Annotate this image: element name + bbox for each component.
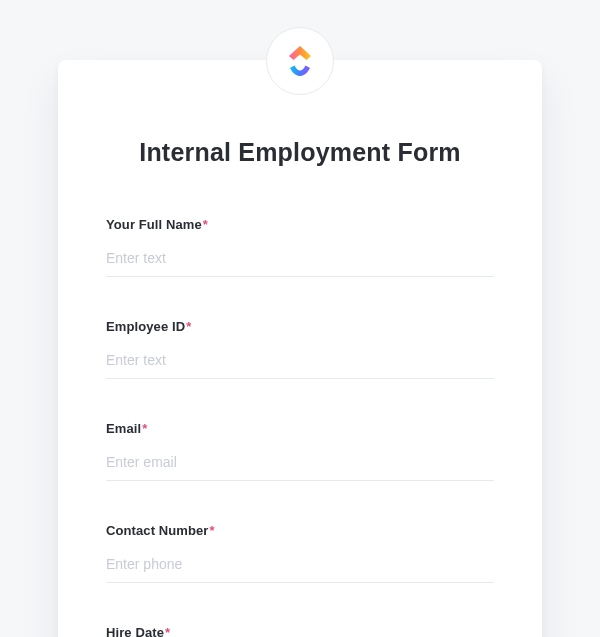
full-name-input[interactable] <box>106 244 494 277</box>
field-employee-id: Employee ID* <box>106 319 494 379</box>
required-mark: * <box>142 421 147 436</box>
hire-date-label-text: Hire Date <box>106 625 164 637</box>
full-name-label-text: Your Full Name <box>106 217 202 232</box>
contact-number-label: Contact Number* <box>106 523 494 538</box>
email-label-text: Email <box>106 421 141 436</box>
hire-date-label: Hire Date* <box>106 625 494 637</box>
employee-id-input[interactable] <box>106 346 494 379</box>
form-card: Internal Employment Form Your Full Name*… <box>58 60 542 637</box>
logo-badge <box>266 27 334 95</box>
email-label: Email* <box>106 421 494 436</box>
required-mark: * <box>186 319 191 334</box>
employee-id-label-text: Employee ID <box>106 319 185 334</box>
required-mark: * <box>203 217 208 232</box>
full-name-label: Your Full Name* <box>106 217 494 232</box>
required-mark: * <box>210 523 215 538</box>
contact-number-input[interactable] <box>106 550 494 583</box>
field-contact-number: Contact Number* <box>106 523 494 583</box>
field-full-name: Your Full Name* <box>106 217 494 277</box>
field-hire-date: Hire Date* Select date <box>106 625 494 637</box>
employee-id-label: Employee ID* <box>106 319 494 334</box>
contact-number-label-text: Contact Number <box>106 523 209 538</box>
clickup-logo-icon <box>285 44 315 78</box>
form-title: Internal Employment Form <box>106 138 494 167</box>
required-mark: * <box>165 625 170 637</box>
field-email: Email* <box>106 421 494 481</box>
email-input[interactable] <box>106 448 494 481</box>
